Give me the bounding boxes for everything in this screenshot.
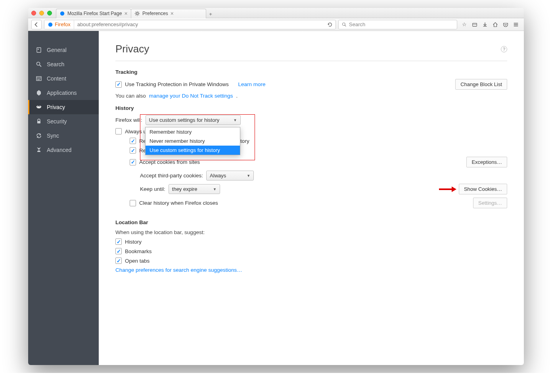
search-icon [342, 22, 347, 27]
history-option-custom[interactable]: Use custom settings for history [146, 146, 240, 155]
history-option-remember[interactable]: Remember history [146, 127, 240, 136]
sidebar-item-label: Security [47, 118, 67, 125]
firefox-will-label: Firefox will: [115, 117, 142, 123]
svg-line-8 [136, 15, 136, 15]
change-search-prefs-row: Change preferences for search engine sug… [115, 267, 507, 273]
sidebar-item-applications[interactable]: Applications [28, 86, 99, 100]
clear-settings-button[interactable]: Settings… [473, 198, 507, 208]
sidebar-item-general[interactable]: General [28, 43, 99, 57]
svg-rect-20 [38, 49, 39, 50]
caret-down-icon: ▼ [247, 174, 250, 178]
identity-box[interactable]: Firefox [44, 20, 74, 29]
suggest-history-label: History [125, 239, 142, 245]
back-button[interactable] [31, 20, 42, 29]
accept-cookies-row: Accept cookies from sites Exceptions… [130, 157, 507, 167]
history-option-never[interactable]: Never remember history [146, 136, 240, 146]
url-bar[interactable]: Firefox about:preferences#privacy [44, 20, 336, 29]
tracking-protection-checkbox[interactable] [115, 81, 122, 88]
clear-on-close-label: Clear history when Firefox closes [139, 200, 218, 206]
caret-down-icon: ▼ [213, 187, 217, 191]
general-icon [36, 47, 42, 53]
third-party-row: Accept third-party cookies: Always ▼ [140, 171, 507, 181]
dnt-period: . [236, 93, 238, 99]
minimize-window-button[interactable] [39, 11, 44, 15]
firefox-will-row: Firefox will: Use custom settings for hi… [115, 115, 507, 125]
dnt-prefix: You can also [115, 93, 146, 99]
close-window-button[interactable] [31, 11, 36, 15]
sidebar-item-privacy[interactable]: Privacy [28, 100, 99, 114]
privacy-mask-icon [36, 104, 42, 110]
suggest-bookmarks-label: Bookmarks [125, 248, 152, 254]
traffic-lights [31, 11, 52, 15]
zoom-window-button[interactable] [47, 11, 52, 15]
downloads-icon[interactable] [480, 20, 490, 29]
exceptions-button[interactable]: Exceptions… [466, 157, 507, 167]
sidebar-item-label: Advanced [47, 147, 71, 153]
suggest-bookmarks-checkbox[interactable] [115, 248, 122, 254]
keep-until-label: Keep until: [140, 186, 165, 192]
tab-label: Preferences [142, 11, 168, 16]
third-party-select[interactable]: Always ▼ [206, 171, 254, 181]
always-private-checkbox[interactable] [115, 128, 122, 135]
sidebar-item-label: General [47, 47, 67, 53]
reload-button[interactable] [324, 22, 335, 27]
url-text[interactable]: about:preferences#privacy [74, 21, 324, 27]
svg-point-1 [136, 12, 138, 14]
svg-line-9 [138, 12, 139, 12]
sidebar-item-label: Search [47, 61, 64, 67]
new-tab-button[interactable]: + [206, 10, 215, 18]
sidebar-item-advanced[interactable]: Advanced [28, 143, 99, 157]
lock-icon [36, 118, 42, 125]
show-cookies-button[interactable]: Show Cookies… [459, 184, 507, 194]
location-bar-heading: Location Bar [115, 219, 507, 225]
remember-browsing-checkbox[interactable] [130, 138, 136, 144]
search-bar[interactable]: Search [338, 20, 457, 29]
tab-start-page[interactable]: Mozilla Firefox Start Page × [56, 9, 131, 18]
svg-rect-13 [473, 23, 477, 26]
svg-point-27 [37, 106, 38, 107]
sidebar-item-label: Sync [47, 133, 59, 139]
remember-search-checkbox[interactable] [130, 147, 136, 154]
accept-cookies-checkbox[interactable] [130, 159, 136, 165]
content-area: General Search Content Applications Priv… [28, 31, 524, 365]
firefox-icon [48, 22, 53, 27]
bookmark-star-icon[interactable]: ☆ [460, 20, 469, 29]
svg-rect-29 [37, 121, 40, 123]
preferences-sidebar: General Search Content Applications Priv… [28, 31, 99, 365]
svg-point-28 [39, 106, 40, 107]
history-mode-select[interactable]: Use custom settings for history ▼ [146, 115, 241, 125]
browser-window: Mozilla Firefox Start Page × Preferences… [28, 8, 524, 365]
svg-line-7 [138, 15, 139, 15]
toolbar-right: ☆ [460, 20, 521, 29]
tab-preferences[interactable]: Preferences × [131, 9, 206, 18]
clear-on-close-checkbox[interactable] [130, 200, 136, 206]
sidebar-item-content[interactable]: Content [28, 71, 99, 86]
sidebar-item-search[interactable]: Search [28, 57, 99, 71]
main-panel: Privacy ? Tracking Use Tracking Protecti… [99, 31, 524, 365]
tab-label: Mozilla Firefox Start Page [67, 11, 122, 16]
keep-until-value: they expire [172, 186, 197, 192]
change-search-prefs-link[interactable]: Change preferences for search engine sug… [115, 267, 242, 273]
pocket-icon[interactable] [501, 20, 510, 29]
applications-icon [36, 90, 42, 96]
dnt-link[interactable]: manage your Do Not Track settings [149, 93, 233, 99]
help-icon[interactable]: ? [501, 46, 507, 52]
close-tab-icon[interactable]: × [124, 10, 127, 17]
suggest-history-checkbox[interactable] [115, 238, 122, 245]
keep-until-select[interactable]: they expire ▼ [169, 184, 220, 194]
caret-down-icon: ▼ [234, 118, 237, 122]
change-block-list-button[interactable]: Change Block List [455, 79, 507, 90]
suggest-history-row: History [115, 238, 507, 245]
location-bar-intro: When using the location bar, suggest: [115, 229, 507, 235]
tracking-heading: Tracking [115, 69, 507, 75]
home-icon[interactable] [491, 20, 500, 29]
history-mode-dropdown[interactable]: Remember history Never remember history … [145, 127, 240, 155]
sidebar-item-security[interactable]: Security [28, 114, 99, 129]
library-icon[interactable] [470, 20, 479, 29]
learn-more-link[interactable]: Learn more [238, 81, 265, 87]
menu-icon[interactable] [511, 20, 521, 29]
svg-line-12 [345, 25, 346, 26]
sidebar-item-sync[interactable]: Sync [28, 129, 99, 143]
suggest-open-tabs-checkbox[interactable] [115, 257, 122, 264]
close-tab-icon[interactable]: × [171, 10, 174, 17]
